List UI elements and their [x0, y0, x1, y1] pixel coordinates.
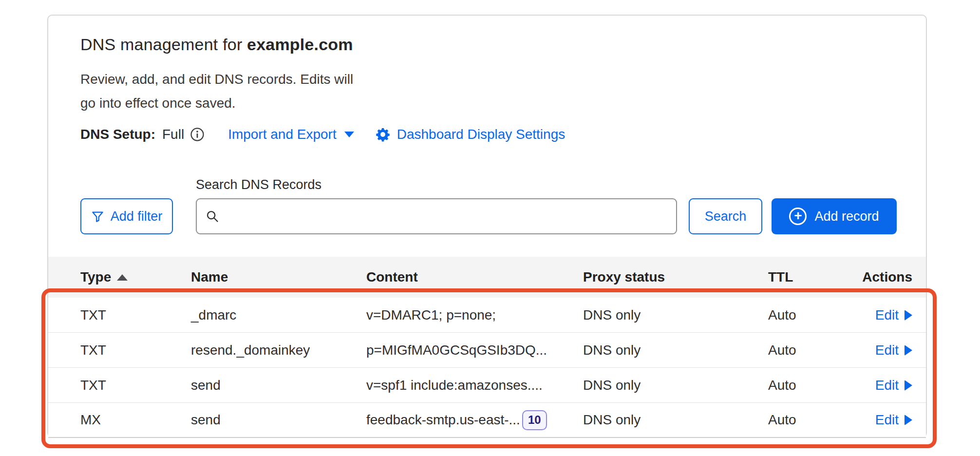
cell-ttl: Auto: [768, 342, 860, 358]
edit-link[interactable]: Edit: [860, 307, 912, 323]
mx-priority-badge: 10: [522, 410, 547, 430]
cell-proxy-status: DNS only: [583, 342, 768, 358]
sort-ascending-icon: [117, 274, 128, 281]
cell-content: feedback-smtp.us-east-... 10: [366, 410, 583, 430]
chevron-right-icon: [905, 310, 912, 321]
cell-ttl: Auto: [768, 378, 860, 393]
search-icon: [206, 209, 219, 223]
subtitle-line-1: Review, add, and edit DNS records. Edits…: [80, 67, 353, 91]
search-button-label: Search: [705, 209, 747, 224]
page-title-prefix: DNS management for: [80, 35, 242, 54]
page-title: DNS management for example.com: [80, 35, 353, 54]
add-filter-label: Add filter: [111, 209, 163, 224]
cell-type: TXT: [80, 307, 191, 323]
page: DNS management for example.com Review, a…: [0, 0, 980, 456]
cell-name: send: [191, 378, 366, 393]
table-row: TXT send v=spf1 include:amazonses.... DN…: [48, 368, 926, 403]
table-header-row: Type Name Content Proxy status TTL Actio…: [48, 257, 926, 298]
cell-type: TXT: [80, 378, 191, 393]
cell-name: _dmarc: [191, 307, 366, 323]
cell-name: resend._domainkey: [191, 342, 366, 358]
add-record-button[interactable]: + Add record: [772, 198, 897, 234]
import-export-link[interactable]: Import and Export: [228, 127, 354, 142]
chevron-right-icon: [905, 415, 912, 425]
column-header-ttl[interactable]: TTL: [768, 269, 860, 285]
dns-management-card: DNS management for example.com Review, a…: [47, 15, 927, 437]
dashboard-display-settings-label: Dashboard Display Settings: [397, 127, 565, 142]
column-header-type[interactable]: Type: [80, 269, 191, 285]
add-record-label: Add record: [814, 209, 879, 224]
page-subtitle: Review, add, and edit DNS records. Edits…: [80, 67, 353, 115]
info-icon[interactable]: [190, 127, 205, 142]
cell-name: send: [191, 412, 366, 428]
filter-funnel-icon: [91, 210, 104, 223]
cell-proxy-status: DNS only: [583, 307, 768, 323]
column-header-name[interactable]: Name: [191, 269, 366, 285]
cell-proxy-status: DNS only: [583, 378, 768, 393]
gear-icon: [376, 127, 390, 142]
chevron-right-icon: [905, 380, 912, 391]
cell-content: v=DMARC1; p=none;: [366, 307, 583, 323]
table-body: TXT _dmarc v=DMARC1; p=none; DNS only Au…: [48, 298, 926, 438]
edit-link[interactable]: Edit: [860, 378, 912, 393]
column-header-proxy-status[interactable]: Proxy status: [583, 269, 768, 285]
cell-content: p=MIGfMA0GCSqGSIb3DQ...: [366, 342, 583, 358]
dashboard-display-settings-link[interactable]: Dashboard Display Settings: [376, 127, 565, 142]
column-header-content[interactable]: Content: [366, 269, 583, 285]
plus-circle-icon: +: [789, 208, 807, 225]
dns-setup-label: DNS Setup:: [80, 127, 155, 142]
chevron-right-icon: [905, 345, 912, 356]
column-header-actions: Actions: [860, 269, 912, 285]
subtitle-line-2: go into effect once saved.: [80, 91, 353, 115]
cell-content: v=spf1 include:amazonses....: [366, 378, 583, 393]
dns-setup-value: Full: [162, 127, 184, 142]
edit-link[interactable]: Edit: [860, 342, 912, 358]
domain-name: example.com: [247, 35, 353, 54]
cell-type: TXT: [80, 342, 191, 358]
add-filter-button[interactable]: Add filter: [80, 198, 173, 234]
table-row: TXT resend._domainkey p=MIGfMA0GCSqGSIb3…: [48, 333, 926, 368]
cell-ttl: Auto: [768, 307, 860, 323]
search-input[interactable]: [226, 209, 667, 224]
search-records-label: Search DNS Records: [196, 177, 321, 192]
search-button[interactable]: Search: [689, 198, 762, 234]
cell-ttl: Auto: [768, 412, 860, 428]
search-input-container: [196, 198, 677, 234]
table-row: MX send feedback-smtp.us-east-... 10 DNS…: [48, 403, 926, 438]
cell-proxy-status: DNS only: [583, 412, 768, 428]
edit-link[interactable]: Edit: [860, 412, 912, 428]
chevron-down-icon: [344, 132, 354, 137]
dns-setup-row: DNS Setup: Full Import and Export Dashbo…: [80, 124, 565, 145]
cell-type: MX: [80, 412, 191, 428]
import-export-label: Import and Export: [228, 127, 337, 142]
table-row: TXT _dmarc v=DMARC1; p=none; DNS only Au…: [48, 298, 926, 333]
